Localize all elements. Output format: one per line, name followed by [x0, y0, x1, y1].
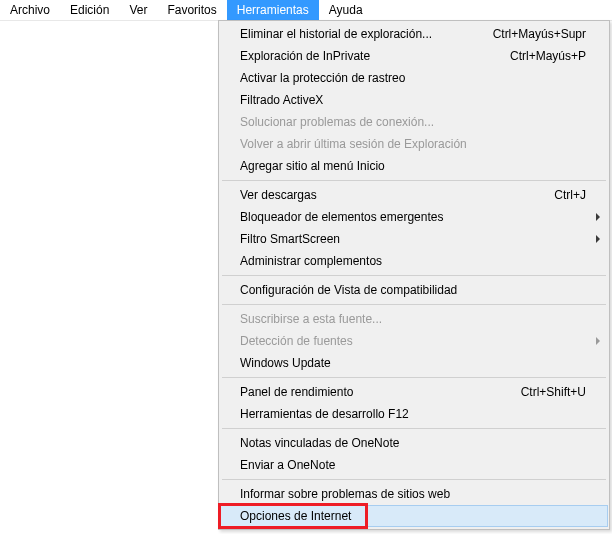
menu-item[interactable]: Informar sobre problemas de sitios web — [220, 483, 608, 505]
menu-item-label: Suscribirse a esta fuente... — [240, 312, 586, 326]
menu-item-label: Volver a abrir última sesión de Explorac… — [240, 137, 586, 151]
menubar-item-archivo[interactable]: Archivo — [0, 0, 60, 20]
menu-item[interactable]: Administrar complementos — [220, 250, 608, 272]
menu-item-shortcut: Ctrl+Mayús+P — [510, 49, 586, 63]
menubar: ArchivoEdiciónVerFavoritosHerramientasAy… — [0, 0, 612, 21]
menu-item-label: Detección de fuentes — [240, 334, 586, 348]
menu-item[interactable]: Eliminar el historial de exploración...C… — [220, 23, 608, 45]
menu-item[interactable]: Bloqueador de elementos emergentes — [220, 206, 608, 228]
chevron-right-icon — [596, 213, 600, 221]
menu-item[interactable]: Exploración de InPrivateCtrl+Mayús+P — [220, 45, 608, 67]
menu-item: Detección de fuentes — [220, 330, 608, 352]
menu-item-label: Opciones de Internet — [240, 509, 586, 523]
menu-item[interactable]: Filtro SmartScreen — [220, 228, 608, 250]
menubar-item-label: Ver — [129, 3, 147, 17]
menu-item-label: Eliminar el historial de exploración... — [240, 27, 473, 41]
menu-item[interactable]: Filtrado ActiveX — [220, 89, 608, 111]
menu-item[interactable]: Configuración de Vista de compatibilidad — [220, 279, 608, 301]
menubar-item-ver[interactable]: Ver — [119, 0, 157, 20]
menu-item[interactable]: Panel de rendimientoCtrl+Shift+U — [220, 381, 608, 403]
menubar-item-edición[interactable]: Edición — [60, 0, 119, 20]
menu-item[interactable]: Herramientas de desarrollo F12 — [220, 403, 608, 425]
menu-separator — [222, 275, 606, 276]
menubar-item-ayuda[interactable]: Ayuda — [319, 0, 373, 20]
menu-item-shortcut: Ctrl+Shift+U — [521, 385, 586, 399]
menu-item-label: Administrar complementos — [240, 254, 586, 268]
menu-item-label: Panel de rendimiento — [240, 385, 501, 399]
menu-item-label: Filtrado ActiveX — [240, 93, 586, 107]
menu-item: Volver a abrir última sesión de Explorac… — [220, 133, 608, 155]
menubar-item-herramientas[interactable]: Herramientas — [227, 0, 319, 20]
menubar-item-label: Favoritos — [167, 3, 216, 17]
menu-item: Suscribirse a esta fuente... — [220, 308, 608, 330]
menubar-item-label: Archivo — [10, 3, 50, 17]
menu-separator — [222, 479, 606, 480]
menu-item-label: Notas vinculadas de OneNote — [240, 436, 586, 450]
menubar-item-favoritos[interactable]: Favoritos — [157, 0, 226, 20]
menu-item-label: Bloqueador de elementos emergentes — [240, 210, 586, 224]
menu-item[interactable]: Opciones de Internet — [220, 505, 608, 527]
menu-item-label: Filtro SmartScreen — [240, 232, 586, 246]
menu-item-label: Informar sobre problemas de sitios web — [240, 487, 586, 501]
menu-item[interactable]: Activar la protección de rastreo — [220, 67, 608, 89]
menubar-item-label: Ayuda — [329, 3, 363, 17]
menubar-item-label: Herramientas — [237, 3, 309, 17]
menu-separator — [222, 428, 606, 429]
menu-item-label: Solucionar problemas de conexión... — [240, 115, 586, 129]
menu-item[interactable]: Enviar a OneNote — [220, 454, 608, 476]
menu-item-label: Activar la protección de rastreo — [240, 71, 586, 85]
menu-item-label: Herramientas de desarrollo F12 — [240, 407, 586, 421]
menu-item-label: Exploración de InPrivate — [240, 49, 490, 63]
menu-item: Solucionar problemas de conexión... — [220, 111, 608, 133]
menu-item[interactable]: Agregar sitio al menú Inicio — [220, 155, 608, 177]
menu-item-label: Ver descargas — [240, 188, 534, 202]
menu-separator — [222, 377, 606, 378]
chevron-right-icon — [596, 235, 600, 243]
menu-item[interactable]: Notas vinculadas de OneNote — [220, 432, 608, 454]
menu-separator — [222, 180, 606, 181]
menu-item-shortcut: Ctrl+J — [554, 188, 586, 202]
tools-dropdown: Eliminar el historial de exploración...C… — [218, 20, 610, 530]
menu-item[interactable]: Windows Update — [220, 352, 608, 374]
menu-item-label: Configuración de Vista de compatibilidad — [240, 283, 586, 297]
menu-item[interactable]: Ver descargasCtrl+J — [220, 184, 608, 206]
chevron-right-icon — [596, 337, 600, 345]
menu-separator — [222, 304, 606, 305]
menu-item-label: Windows Update — [240, 356, 586, 370]
menubar-item-label: Edición — [70, 3, 109, 17]
menu-item-label: Agregar sitio al menú Inicio — [240, 159, 586, 173]
menu-item-shortcut: Ctrl+Mayús+Supr — [493, 27, 586, 41]
menu-item-label: Enviar a OneNote — [240, 458, 586, 472]
